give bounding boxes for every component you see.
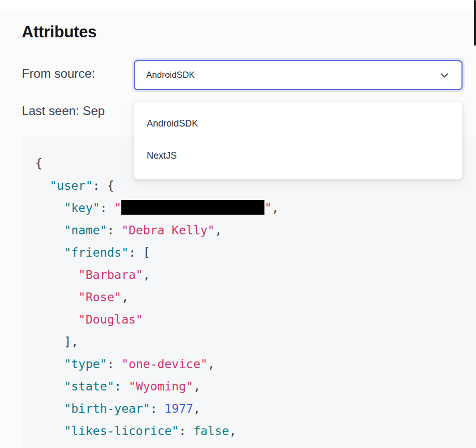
from-source-label: From source: (22, 66, 95, 81)
source-select-value: AndroidSDK (146, 70, 439, 80)
chevron-down-icon (439, 69, 450, 81)
source-select[interactable]: AndroidSDK (134, 60, 463, 90)
code-line: ], (35, 331, 476, 353)
code-line: "Rose", (35, 286, 476, 309)
code-lines: { "user": { "key": "", "name": "Debra Ke… (35, 152, 476, 442)
redacted-value (121, 200, 264, 215)
code-line: "birth-year": 1977, (35, 398, 476, 420)
last-seen-text: Last seen: Sep (22, 104, 105, 118)
dropdown-option-androidsdk[interactable]: AndroidSDK (134, 107, 462, 139)
code-line: "key": "", (35, 197, 476, 219)
code-line: "type": "one-device", (35, 353, 476, 375)
code-line: "name": "Debra Kelly", (35, 219, 476, 242)
code-line: "friends": [ (35, 242, 476, 264)
code-line: "Douglas" (35, 309, 476, 331)
code-line: "likes-licorice": false, (35, 420, 476, 442)
page-title: Attributes (22, 23, 96, 41)
code-line: "Barbara", (35, 264, 476, 286)
code-block: { "user": { "key": "", "name": "Debra Ke… (22, 137, 476, 448)
page: { "user": { "key": "", "name": "Debra Ke… (0, 0, 476, 448)
dropdown-option-nextjs[interactable]: NextJS (134, 139, 462, 172)
code-line: "state": "Wyoming", (35, 375, 476, 398)
source-dropdown-menu: AndroidSDKNextJS (134, 102, 463, 179)
scrollbar-thumb[interactable] (474, 0, 476, 46)
